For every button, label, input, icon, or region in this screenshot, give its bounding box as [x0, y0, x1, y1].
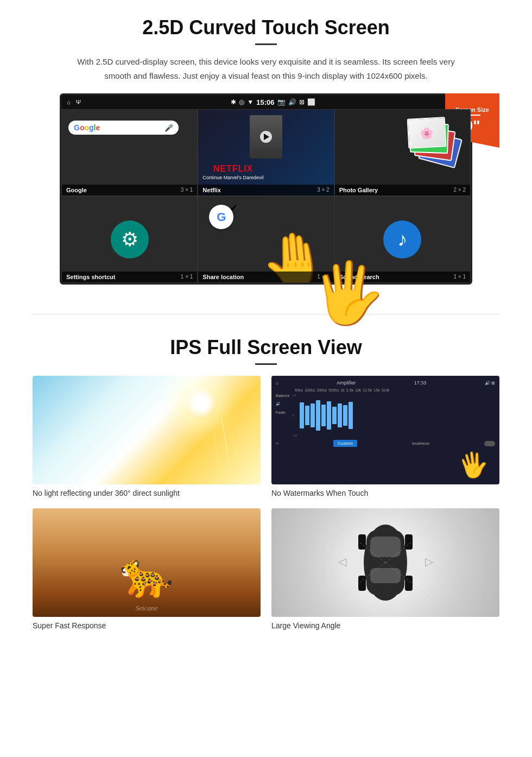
settings-icon-wrapper: ⚙	[111, 220, 149, 258]
sunlight-label: No light reflecting under 360° direct su…	[33, 489, 261, 497]
eq-bar-3	[311, 403, 315, 427]
gallery-app-cell[interactable]: 🌸 Photo Gallery 2 × 2	[334, 109, 471, 196]
freq-labels: 60hz100hz200hz500hz1k2.5k10k12.5k15kSUB	[295, 388, 495, 392]
section1-desc: With 2.5D curved-display screen, this de…	[76, 55, 456, 83]
music-note-icon: ♪	[397, 228, 407, 251]
maps-check-icon: ✔	[230, 202, 238, 214]
car-top-svg: ◁ ▷	[331, 514, 440, 611]
sound-size: 1 × 1	[453, 274, 466, 280]
app-grid-row2: ⚙ Settings shortcut 1 × 1 G ✔	[61, 196, 471, 283]
flower-icon: 🌸	[420, 126, 434, 140]
section2-title: IPS Full Screen View	[33, 336, 499, 359]
eq-scale: 100-10	[292, 394, 299, 437]
section2-title-underline	[255, 363, 277, 365]
eq-bar-8	[338, 403, 342, 427]
cheetah-bg: 🐆 Seicane	[33, 508, 261, 617]
google-logo: Google	[74, 123, 100, 132]
google-label-bar: Google 3 × 1	[62, 185, 197, 195]
section-divider	[33, 314, 499, 314]
status-bar: ⌂ Ψ ✱ ◎ ▼ 15:06 📷 🔊 ⊠ ⬜	[61, 95, 471, 109]
watermark-label: No Watermarks When Touch	[271, 489, 499, 497]
eq-body: Balance 🔊 Fader 100-10	[276, 394, 495, 437]
window-icon: ⬜	[307, 98, 315, 106]
svg-rect-5	[405, 534, 413, 550]
device-wrapper: Screen Size 9" ⌂ Ψ ✱ ◎ ▼ 15:06 📷 🔊 ⊠	[60, 93, 472, 285]
location-icon: ◎	[239, 98, 244, 106]
netflix-subtitle: Continue Marvel's Daredevil	[202, 175, 263, 180]
curved-screen-section: 2.5D Curved Touch Screen With 2.5D curve…	[0, 0, 532, 298]
play-button[interactable]	[260, 131, 272, 143]
gallery-label: Photo Gallery	[339, 187, 378, 193]
eq-home-icon: ⌂	[276, 381, 278, 386]
google-app-cell[interactable]: Google 🎤 Google 3 × 1	[61, 109, 198, 196]
sky-background	[33, 376, 261, 484]
seicane-watermark-cheetah: Seicane	[136, 604, 157, 613]
eq-bar-1	[300, 402, 304, 428]
eq-bar-5	[321, 405, 326, 426]
settings-app-cell[interactable]: ⚙ Settings shortcut 1 × 1	[61, 196, 198, 283]
svg-rect-6	[358, 576, 366, 591]
bottom-hand-icon: 🖐	[311, 258, 385, 328]
gallery-stack: 🌸	[410, 118, 459, 172]
equalizer-bg: ⌂ Amplifier 17:33 🔊 ⊠ 60hz100hz200hz500h…	[271, 376, 499, 484]
equalizer-image: ⌂ Amplifier 17:33 🔊 ⊠ 60hz100hz200hz500h…	[271, 376, 499, 484]
eq-bar-7	[332, 407, 337, 424]
music-icon-wrapper: ♪	[383, 220, 421, 258]
eq-icons: 🔊 ⊠	[485, 381, 495, 386]
svg-rect-3	[370, 568, 401, 583]
status-time: 15:06	[256, 98, 274, 106]
feature-sunlight: No light reflecting under 360° direct su…	[33, 376, 261, 497]
cheetah-image: 🐆 Seicane	[33, 508, 261, 617]
svg-text:▷: ▷	[425, 556, 434, 567]
status-left: ⌂ Ψ	[67, 99, 81, 105]
play-triangle-icon	[264, 134, 269, 140]
mic-icon[interactable]: 🎤	[164, 124, 173, 132]
section1-title: 2.5D Curved Touch Screen	[33, 16, 499, 39]
eq-loudness-toggle[interactable]	[484, 441, 495, 446]
title-underline	[255, 43, 277, 45]
svg-text:◁: ◁	[338, 556, 347, 567]
netflix-figure	[250, 115, 282, 159]
eq-time: 17:33	[414, 380, 427, 386]
gallery-size: 2 × 2	[453, 187, 466, 193]
eq-sidebar-labels: Balance 🔊 Fader	[276, 394, 289, 414]
wifi-icon: ▼	[247, 98, 254, 106]
eq-hand-icon: 🖐	[456, 448, 491, 482]
bluetooth-icon: ✱	[231, 98, 236, 106]
settings-gear-icon: ⚙	[121, 228, 138, 251]
camera-icon: 📷	[277, 98, 286, 106]
feature-car: ◁ ▷ Large Viewing Angle	[271, 508, 499, 630]
cheetah-emoji: 🐆	[119, 550, 174, 601]
settings-size: 1 × 1	[181, 274, 193, 280]
device-screen: ⌂ Ψ ✱ ◎ ▼ 15:06 📷 🔊 ⊠ ⬜	[60, 93, 472, 285]
home-icon[interactable]: ⌂	[67, 99, 71, 105]
car-image: ◁ ▷	[271, 508, 499, 617]
gallery-card-4: 🌸	[407, 117, 447, 149]
eq-bar-9	[343, 405, 347, 426]
features-grid: No light reflecting under 360° direct su…	[33, 376, 499, 630]
netflix-size: 3 × 2	[317, 187, 330, 193]
feature-watermark: ⌂ Amplifier 17:33 🔊 ⊠ 60hz100hz200hz500h…	[271, 376, 499, 497]
netflix-brand: NETFLIX Continue Marvel's Daredevil	[202, 164, 263, 180]
netflix-app-cell[interactable]: NETFLIX Continue Marvel's Daredevil Netf…	[198, 109, 334, 196]
settings-label-bar: Settings shortcut 1 × 1	[62, 272, 197, 282]
share-label: Share location	[202, 274, 244, 280]
google-size: 3 × 1	[181, 187, 193, 193]
eq-loudness-label: loudness	[412, 441, 429, 446]
settings-label: Settings shortcut	[66, 274, 115, 280]
car-label: Large Viewing Angle	[271, 621, 499, 630]
eq-custom-btn[interactable]: Custom	[333, 440, 357, 447]
eq-bar-10	[349, 402, 353, 429]
eq-bar-6	[327, 401, 331, 430]
svg-rect-2	[370, 537, 401, 557]
eq-header: ⌂ Amplifier 17:33 🔊 ⊠	[276, 380, 495, 386]
eq-back-btn: ‹‹	[276, 441, 278, 446]
sun-flare	[185, 387, 217, 419]
x-icon: ⊠	[299, 98, 305, 106]
car-bg: ◁ ▷	[271, 508, 499, 617]
gallery-label-bar: Photo Gallery 2 × 2	[335, 185, 470, 195]
google-search-bar[interactable]: Google 🎤	[68, 121, 179, 135]
eq-bar-2	[305, 406, 309, 425]
netflix-text: NETFLIX	[202, 164, 263, 174]
eq-bottom-bar: ‹‹ Custom loudness	[276, 440, 495, 447]
